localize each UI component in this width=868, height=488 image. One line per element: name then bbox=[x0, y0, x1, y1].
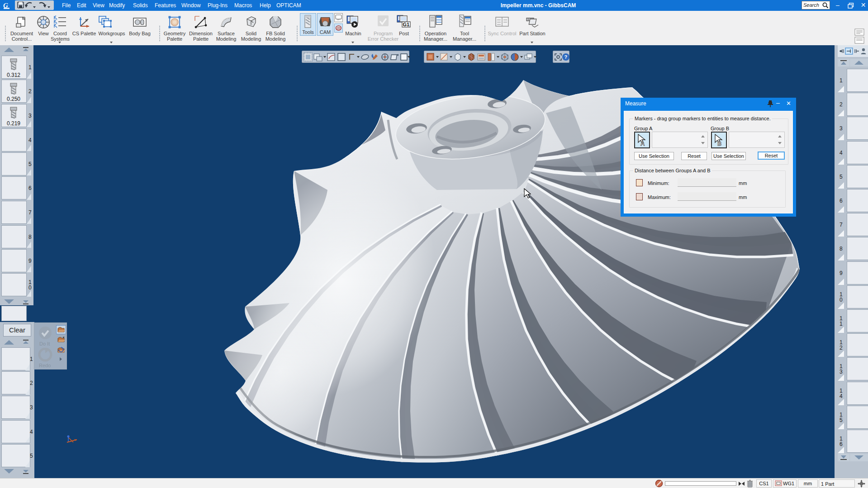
svg-text:Redo: Redo bbox=[39, 363, 51, 368]
svg-text:Do It: Do It bbox=[39, 341, 50, 346]
svg-text:B: B bbox=[717, 140, 721, 147]
svg-text:?: ? bbox=[564, 54, 568, 60]
svg-text:A: A bbox=[640, 140, 645, 147]
